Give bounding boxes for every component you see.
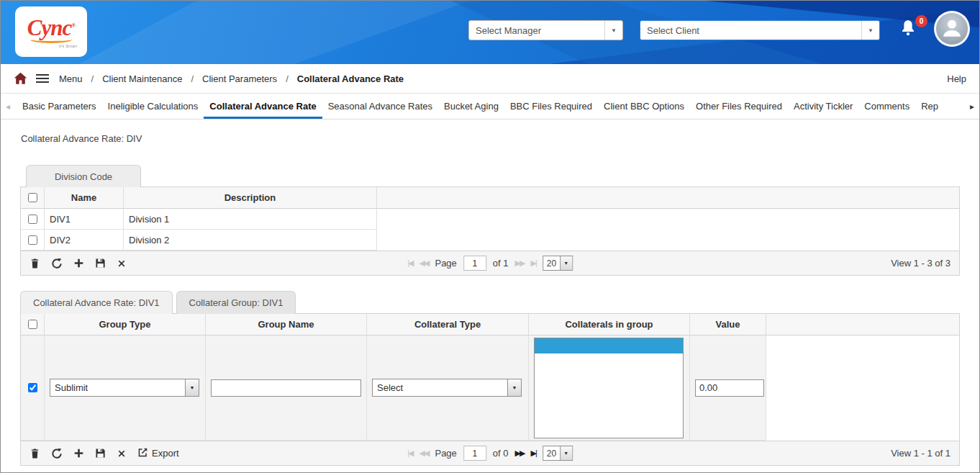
user-avatar[interactable] xyxy=(934,11,970,47)
cancel-icon[interactable] xyxy=(117,258,127,269)
tab-activity-tickler[interactable]: Activity Tickler xyxy=(788,94,858,119)
column-header-collaterals-in-group[interactable]: Collaterals in group xyxy=(529,314,690,335)
row-checkbox[interactable] xyxy=(28,235,37,245)
value-cell xyxy=(690,335,766,441)
tab-scroll-left-icon[interactable]: ◂ xyxy=(4,94,12,119)
column-header-group-type[interactable]: Group Type xyxy=(45,314,206,335)
division-table: Name Description DIV1 Division 1 DIV2 Di… xyxy=(20,186,960,276)
breadcrumb-menu[interactable]: Menu xyxy=(59,73,83,84)
main-content: Collateral Advance Rate: DIV Division Co… xyxy=(1,133,979,466)
home-icon[interactable] xyxy=(14,72,27,85)
select-all-cell xyxy=(21,314,45,335)
export-button[interactable]: Export xyxy=(137,447,179,460)
row-checkbox-cell xyxy=(21,209,45,230)
delete-icon[interactable] xyxy=(30,258,40,269)
table-row[interactable]: DIV1 Division 1 xyxy=(21,209,959,230)
column-header-group-name[interactable]: Group Name xyxy=(206,314,367,335)
page-size-select[interactable]: 20 ▼ xyxy=(543,446,573,461)
row-checkbox[interactable] xyxy=(28,215,37,224)
column-header-value[interactable]: Value xyxy=(690,314,766,335)
refresh-icon[interactable] xyxy=(51,448,63,459)
division-code-tab[interactable]: Division Code xyxy=(26,165,141,187)
select-all-checkbox[interactable] xyxy=(28,320,37,329)
chevron-down-icon: ▼ xyxy=(185,379,199,396)
page-size-select[interactable]: 20 ▼ xyxy=(543,256,573,271)
pagination-controls: |◀ ◀◀ Page of 0 ▶▶ ▶| 20 ▼ xyxy=(407,446,573,461)
tab-comments[interactable]: Comments xyxy=(858,94,915,119)
collaterals-listbox[interactable] xyxy=(534,338,684,438)
save-icon[interactable] xyxy=(95,448,106,459)
column-header-collateral-type[interactable]: Collateral Type xyxy=(367,314,529,335)
export-icon xyxy=(137,447,148,460)
table-row[interactable]: DIV2 Division 2 xyxy=(21,230,959,251)
collaterals-cell xyxy=(529,335,690,441)
header-filler xyxy=(766,314,959,335)
tab-reports-truncated[interactable]: Rep xyxy=(915,94,944,119)
tab-client-bbc-options[interactable]: Client BBC Options xyxy=(598,94,690,119)
tab-collateral-advance-rate-div1[interactable]: Collateral Advance Rate: DIV1 xyxy=(20,291,173,314)
prev-page-icon[interactable]: ◀◀ xyxy=(419,449,429,458)
group-pager: Export |◀ ◀◀ Page of 0 ▶▶ ▶| 20 ▼ Vie xyxy=(21,441,959,465)
page-size-value: 20 xyxy=(547,449,556,459)
notifications-button[interactable]: 0 xyxy=(899,18,923,44)
row-filler xyxy=(766,335,959,441)
breadcrumb-client-parameters[interactable]: Client Parameters xyxy=(202,73,277,84)
listbox-selected-item[interactable] xyxy=(535,338,683,353)
tab-bbc-files-required[interactable]: BBC Files Required xyxy=(504,94,598,119)
help-link[interactable]: Help xyxy=(947,73,966,84)
breadcrumb-client-maintenance[interactable]: Client Maintenance xyxy=(102,73,182,84)
tab-seasonal-advance-rates[interactable]: Seasonal Advance Rates xyxy=(322,94,438,119)
page-number-input[interactable] xyxy=(463,446,486,461)
chevron-down-icon: ▼ xyxy=(560,446,572,460)
tab-bucket-aging[interactable]: Bucket Aging xyxy=(438,94,504,119)
notification-count-badge: 0 xyxy=(915,15,927,27)
last-page-icon[interactable]: ▶| xyxy=(530,449,535,458)
page-number-input[interactable] xyxy=(463,256,486,271)
row-filler xyxy=(377,230,959,251)
next-page-icon[interactable]: ▶▶ xyxy=(515,258,525,268)
group-type-value: Sublimit xyxy=(55,382,88,393)
breadcrumb-separator: / xyxy=(286,73,289,84)
select-manager-dropdown[interactable]: Select Manager ▼ xyxy=(468,20,623,40)
tab-collateral-advance-rate[interactable]: Collateral Advance Rate xyxy=(204,94,322,119)
value-input[interactable] xyxy=(695,379,764,397)
breadcrumb-separator: / xyxy=(191,73,194,84)
page-of-text: of 0 xyxy=(493,448,509,459)
page-of-text: of 1 xyxy=(493,258,509,269)
division-name: DIV1 xyxy=(45,209,124,230)
select-all-checkbox[interactable] xyxy=(28,193,37,202)
tab-basic-parameters[interactable]: Basic Parameters xyxy=(17,94,102,119)
page-label: Page xyxy=(435,448,456,459)
refresh-icon[interactable] xyxy=(51,258,63,269)
tab-scroll-right-icon[interactable]: ▸ xyxy=(968,94,976,119)
prev-page-icon[interactable]: ◀◀ xyxy=(419,258,429,268)
column-header-description[interactable]: Description xyxy=(124,187,377,208)
hamburger-menu-icon[interactable] xyxy=(36,74,49,83)
tab-collateral-group-div1[interactable]: Collateral Group: DIV1 xyxy=(176,291,296,314)
save-icon[interactable] xyxy=(95,258,106,269)
collateral-group-table: Group Type Group Name Collateral Type Co… xyxy=(20,313,960,466)
add-icon[interactable] xyxy=(73,258,84,269)
group-type-select[interactable]: Sublimit ▼ xyxy=(50,379,199,397)
tab-other-files-required[interactable]: Other Files Required xyxy=(690,94,788,119)
add-icon[interactable] xyxy=(73,448,84,459)
select-client-value: Select Client xyxy=(647,25,699,36)
select-client-dropdown[interactable]: Select Client ▼ xyxy=(640,20,880,40)
last-page-icon[interactable]: ▶| xyxy=(530,258,535,268)
cancel-icon[interactable] xyxy=(117,449,127,459)
first-page-icon[interactable]: |◀ xyxy=(407,449,412,458)
column-header-name[interactable]: Name xyxy=(45,187,124,208)
row-checkbox[interactable] xyxy=(28,383,37,392)
breadcrumb-separator: / xyxy=(91,73,94,84)
collateral-type-select[interactable]: Select ▼ xyxy=(372,379,522,397)
group-name-input[interactable] xyxy=(211,379,361,397)
collateral-type-value: Select xyxy=(377,382,403,393)
next-page-icon[interactable]: ▶▶ xyxy=(515,449,525,458)
cync-logo[interactable]: Cync® It's Smart xyxy=(15,6,87,57)
select-all-cell xyxy=(21,187,45,208)
app-window: Cync® It's Smart Select Manager ▼ Select… xyxy=(0,0,980,473)
tab-ineligible-calculations[interactable]: Ineligible Calculations xyxy=(102,94,204,119)
group-table-header: Group Type Group Name Collateral Type Co… xyxy=(21,314,959,335)
delete-icon[interactable] xyxy=(30,448,40,459)
first-page-icon[interactable]: |◀ xyxy=(407,258,412,268)
